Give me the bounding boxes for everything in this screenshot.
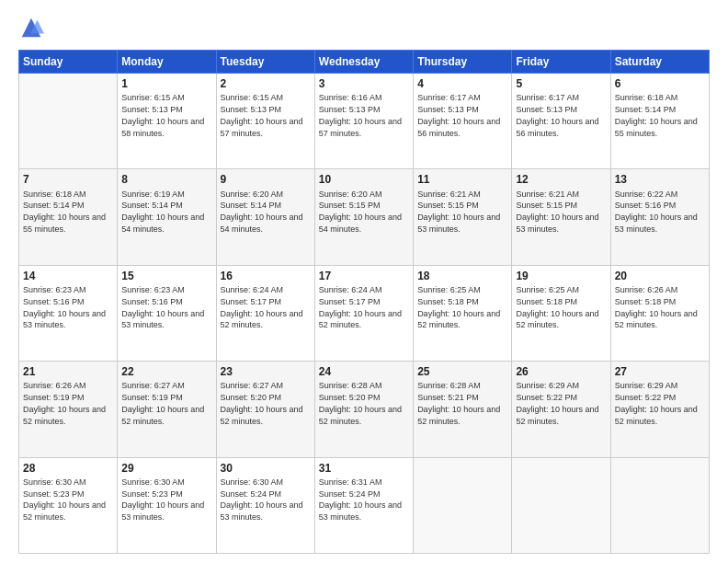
day-info: Sunrise: 6:29 AMSunset: 5:22 PMDaylight:… [516, 381, 598, 425]
day-info: Sunrise: 6:24 AMSunset: 5:17 PMDaylight:… [319, 285, 402, 329]
logo [18, 15, 48, 40]
calendar-cell: 22 Sunrise: 6:27 AMSunset: 5:19 PMDaylig… [118, 362, 216, 457]
calendar-cell: 9 Sunrise: 6:20 AMSunset: 5:14 PMDayligh… [216, 169, 314, 265]
day-number: 15 [121, 269, 211, 283]
column-header-friday: Friday [512, 51, 610, 74]
day-info: Sunrise: 6:20 AMSunset: 5:14 PMDaylight:… [221, 190, 303, 234]
calendar-cell: 31 Sunrise: 6:31 AMSunset: 5:24 PMDaylig… [314, 457, 413, 553]
day-info: Sunrise: 6:15 AMSunset: 5:13 PMDaylight:… [221, 93, 303, 137]
day-info: Sunrise: 6:21 AMSunset: 5:15 PMDaylight:… [417, 190, 500, 234]
calendar-cell: 30 Sunrise: 6:30 AMSunset: 5:24 PMDaylig… [216, 457, 314, 553]
calendar-cell [414, 457, 512, 553]
day-number: 4 [417, 76, 507, 91]
calendar-cell: 21 Sunrise: 6:26 AMSunset: 5:19 PMDaylig… [19, 362, 118, 457]
day-number: 24 [319, 364, 409, 379]
calendar-cell: 25 Sunrise: 6:28 AMSunset: 5:21 PMDaylig… [414, 362, 512, 457]
calendar-cell: 6 Sunrise: 6:18 AMSunset: 5:14 PMDayligh… [610, 74, 709, 169]
calendar-cell [512, 457, 610, 553]
day-number: 23 [221, 364, 311, 379]
calendar-cell: 28 Sunrise: 6:30 AMSunset: 5:23 PMDaylig… [19, 457, 118, 553]
day-number: 6 [615, 76, 705, 91]
column-header-saturday: Saturday [610, 51, 709, 74]
day-number: 19 [516, 269, 606, 283]
day-info: Sunrise: 6:31 AMSunset: 5:24 PMDaylight:… [319, 477, 402, 522]
day-info: Sunrise: 6:23 AMSunset: 5:16 PMDaylight:… [121, 285, 204, 329]
calendar-cell: 26 Sunrise: 6:29 AMSunset: 5:22 PMDaylig… [512, 362, 610, 457]
calendar-cell: 18 Sunrise: 6:25 AMSunset: 5:18 PMDaylig… [414, 265, 512, 361]
calendar-cell: 10 Sunrise: 6:20 AMSunset: 5:15 PMDaylig… [314, 169, 413, 265]
day-number: 12 [516, 172, 606, 187]
calendar-table: SundayMondayTuesdayWednesdayThursdayFrid… [18, 50, 710, 554]
column-header-monday: Monday [118, 51, 216, 74]
day-info: Sunrise: 6:30 AMSunset: 5:23 PMDaylight:… [23, 477, 106, 522]
day-info: Sunrise: 6:29 AMSunset: 5:22 PMDaylight:… [615, 381, 698, 425]
calendar-cell: 23 Sunrise: 6:27 AMSunset: 5:20 PMDaylig… [216, 362, 314, 457]
day-number: 2 [221, 76, 311, 91]
calendar-cell: 29 Sunrise: 6:30 AMSunset: 5:23 PMDaylig… [118, 457, 216, 553]
logo-icon [18, 15, 44, 40]
day-info: Sunrise: 6:26 AMSunset: 5:18 PMDaylight:… [615, 285, 698, 329]
day-info: Sunrise: 6:17 AMSunset: 5:13 PMDaylight:… [516, 93, 598, 137]
day-info: Sunrise: 6:28 AMSunset: 5:21 PMDaylight:… [417, 381, 500, 425]
day-number: 16 [221, 269, 311, 283]
calendar-cell: 7 Sunrise: 6:18 AMSunset: 5:14 PMDayligh… [19, 169, 118, 265]
calendar-cell: 4 Sunrise: 6:17 AMSunset: 5:13 PMDayligh… [414, 74, 512, 169]
day-number: 7 [23, 172, 113, 187]
page: SundayMondayTuesdayWednesdayThursdayFrid… [0, 0, 728, 563]
day-info: Sunrise: 6:30 AMSunset: 5:24 PMDaylight:… [221, 477, 303, 522]
calendar-cell: 11 Sunrise: 6:21 AMSunset: 5:15 PMDaylig… [414, 169, 512, 265]
day-info: Sunrise: 6:22 AMSunset: 5:16 PMDaylight:… [615, 190, 698, 234]
calendar-cell: 17 Sunrise: 6:24 AMSunset: 5:17 PMDaylig… [314, 265, 413, 361]
day-info: Sunrise: 6:17 AMSunset: 5:13 PMDaylight:… [417, 93, 500, 137]
day-number: 14 [23, 269, 113, 283]
day-info: Sunrise: 6:25 AMSunset: 5:18 PMDaylight:… [417, 285, 500, 329]
day-number: 26 [516, 364, 606, 379]
column-headers: SundayMondayTuesdayWednesdayThursdayFrid… [19, 51, 710, 74]
day-number: 11 [417, 172, 507, 187]
day-info: Sunrise: 6:18 AMSunset: 5:14 PMDaylight:… [615, 93, 698, 137]
calendar-cell: 3 Sunrise: 6:16 AMSunset: 5:13 PMDayligh… [314, 74, 413, 169]
day-number: 13 [615, 172, 705, 187]
day-number: 18 [417, 269, 507, 283]
day-number: 22 [121, 364, 211, 379]
calendar-cell: 19 Sunrise: 6:25 AMSunset: 5:18 PMDaylig… [512, 265, 610, 361]
day-info: Sunrise: 6:21 AMSunset: 5:15 PMDaylight:… [516, 190, 598, 234]
day-number: 29 [121, 461, 211, 476]
day-info: Sunrise: 6:23 AMSunset: 5:16 PMDaylight:… [23, 285, 106, 329]
calendar-body: 1 Sunrise: 6:15 AMSunset: 5:13 PMDayligh… [19, 74, 710, 554]
day-number: 20 [615, 269, 705, 283]
day-info: Sunrise: 6:15 AMSunset: 5:13 PMDaylight:… [121, 93, 204, 137]
day-info: Sunrise: 6:20 AMSunset: 5:15 PMDaylight:… [319, 190, 402, 234]
day-number: 10 [319, 172, 409, 187]
calendar-cell: 8 Sunrise: 6:19 AMSunset: 5:14 PMDayligh… [118, 169, 216, 265]
day-number: 9 [221, 172, 311, 187]
calendar-cell: 15 Sunrise: 6:23 AMSunset: 5:16 PMDaylig… [118, 265, 216, 361]
day-info: Sunrise: 6:27 AMSunset: 5:20 PMDaylight:… [221, 381, 303, 425]
calendar-cell: 13 Sunrise: 6:22 AMSunset: 5:16 PMDaylig… [610, 169, 709, 265]
day-number: 30 [221, 461, 311, 476]
header [18, 15, 710, 40]
day-info: Sunrise: 6:24 AMSunset: 5:17 PMDaylight:… [221, 285, 303, 329]
day-number: 25 [417, 364, 507, 379]
day-number: 1 [121, 76, 211, 91]
day-number: 8 [121, 172, 211, 187]
calendar-cell [19, 74, 118, 169]
day-number: 3 [319, 76, 409, 91]
column-header-tuesday: Tuesday [216, 51, 314, 74]
day-info: Sunrise: 6:26 AMSunset: 5:19 PMDaylight:… [23, 381, 106, 425]
calendar-cell: 12 Sunrise: 6:21 AMSunset: 5:15 PMDaylig… [512, 169, 610, 265]
day-info: Sunrise: 6:25 AMSunset: 5:18 PMDaylight:… [516, 285, 598, 329]
day-number: 17 [319, 269, 409, 283]
day-info: Sunrise: 6:27 AMSunset: 5:19 PMDaylight:… [121, 381, 204, 425]
column-header-sunday: Sunday [19, 51, 118, 74]
calendar-cell: 20 Sunrise: 6:26 AMSunset: 5:18 PMDaylig… [610, 265, 709, 361]
day-number: 21 [23, 364, 113, 379]
day-info: Sunrise: 6:30 AMSunset: 5:23 PMDaylight:… [121, 477, 204, 522]
day-info: Sunrise: 6:16 AMSunset: 5:13 PMDaylight:… [319, 93, 402, 137]
day-number: 28 [23, 461, 113, 476]
column-header-thursday: Thursday [414, 51, 512, 74]
calendar-cell: 5 Sunrise: 6:17 AMSunset: 5:13 PMDayligh… [512, 74, 610, 169]
calendar-cell: 24 Sunrise: 6:28 AMSunset: 5:20 PMDaylig… [314, 362, 413, 457]
calendar-cell: 27 Sunrise: 6:29 AMSunset: 5:22 PMDaylig… [610, 362, 709, 457]
column-header-wednesday: Wednesday [314, 51, 413, 74]
